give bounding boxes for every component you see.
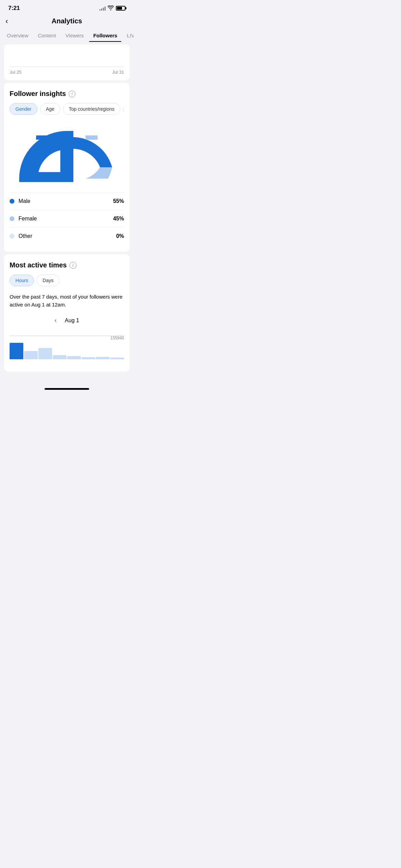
most-active-times-card: Most active times i Hours Days Over the … <box>4 254 130 372</box>
most-active-info-icon[interactable]: i <box>70 262 76 269</box>
bar-item <box>24 351 38 359</box>
bar-item <box>10 343 23 359</box>
female-value: 45% <box>113 216 124 222</box>
active-times-filters: Hours Days <box>10 275 124 286</box>
bar-item <box>38 348 52 359</box>
gender-chart-svg <box>10 135 124 187</box>
other-dot <box>10 234 14 239</box>
current-date-label: Aug 1 <box>65 317 79 324</box>
battery-icon <box>116 6 125 11</box>
home-indicator <box>0 385 134 395</box>
bar-item <box>67 356 81 359</box>
follower-insights-filters: Gender Age Top countries/regions Top c <box>10 103 124 115</box>
tab-live[interactable]: LIVE <box>123 29 134 42</box>
status-icons <box>99 5 125 11</box>
bar-item <box>110 358 124 359</box>
back-button[interactable]: ‹ <box>5 17 8 26</box>
legend-other: Other 0% <box>10 227 124 245</box>
legend-female: Female 45% <box>10 210 124 227</box>
date-end: Jul 31 <box>112 70 124 75</box>
prev-date-button[interactable]: ‹ <box>54 317 57 324</box>
chart-max-label: 155940 <box>110 336 124 340</box>
signal-icon <box>99 6 106 11</box>
status-bar: 7:21 <box>0 0 134 14</box>
most-active-times-title: Most active times i <box>10 261 124 269</box>
status-time: 7:21 <box>8 5 20 12</box>
date-range-labels: Jul 25 Jul 31 <box>10 70 124 75</box>
male-dot <box>10 199 14 204</box>
follower-insights-card: Follower insights i Gender Age Top count… <box>4 83 130 252</box>
nav-tabs: Overview Content Viewers Followers LIVE <box>0 29 134 42</box>
follower-insights-info-icon[interactable]: i <box>69 91 75 97</box>
wifi-icon <box>108 5 114 11</box>
active-description: Over the past 7 days, most of your follo… <box>10 293 124 309</box>
page-title: Analytics <box>52 17 82 25</box>
date-start: Jul 25 <box>10 70 22 75</box>
header: ‹ Analytics <box>0 14 134 29</box>
home-bar <box>45 388 89 390</box>
filter-age[interactable]: Age <box>40 103 60 115</box>
tab-viewers[interactable]: Viewers <box>61 29 88 42</box>
female-label: Female <box>19 216 37 222</box>
bar-item <box>82 357 95 359</box>
other-label: Other <box>19 233 32 239</box>
filter-days[interactable]: Days <box>37 275 59 286</box>
male-value: 55% <box>113 198 124 204</box>
bar-chart-area: 155940 <box>10 336 124 365</box>
filter-top-countries[interactable]: Top countries/regions <box>63 103 120 115</box>
bar-chart-bars <box>10 339 124 359</box>
filter-hours[interactable]: Hours <box>10 275 34 286</box>
legend-male: Male 55% <box>10 192 124 210</box>
filter-top-cities[interactable]: Top c <box>123 103 124 115</box>
follower-insights-title: Follower insights i <box>10 90 124 98</box>
tab-overview[interactable]: Overview <box>3 29 33 42</box>
gender-legend: Male 55% Female 45% Other 0% <box>10 192 124 245</box>
female-dot <box>10 216 14 221</box>
other-value: 0% <box>116 233 124 239</box>
date-navigation: ‹ Aug 1 <box>10 314 124 329</box>
male-label: Male <box>19 198 31 204</box>
tab-followers[interactable]: Followers <box>89 29 121 42</box>
bar-item <box>96 357 110 359</box>
date-range-card: Jul 25 Jul 31 <box>4 45 130 80</box>
bar-item <box>53 355 66 359</box>
tab-content[interactable]: Content <box>34 29 60 42</box>
filter-gender[interactable]: Gender <box>10 103 37 115</box>
